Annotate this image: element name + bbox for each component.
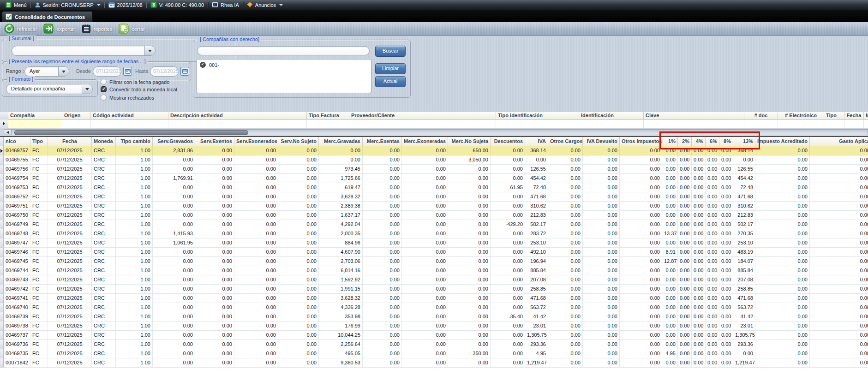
rhea-ia-button[interactable]: Rhea IA — [208, 0, 243, 10]
table-row[interactable]: 00469739FC07/12/2025CRC1.000.000.000.000… — [0, 312, 868, 321]
column-header[interactable]: Otros Impuestos — [620, 137, 662, 146]
column-header[interactable]: Descuentos — [491, 137, 525, 146]
column-header[interactable]: IVA Devuelto — [583, 137, 620, 146]
anuncios-dropdown[interactable]: Anuncios — [243, 0, 287, 10]
refresh-button[interactable]: refrescar — [3, 23, 41, 36]
table-row[interactable]: 00469755FC07/12/2025CRC1.000.000.000.000… — [0, 155, 868, 165]
column-header[interactable]: Tipo Factura — [307, 112, 349, 119]
row-selector[interactable] — [0, 303, 4, 312]
column-header[interactable]: Tipo — [30, 137, 48, 146]
row-marker-icon[interactable] — [0, 146, 4, 155]
row-selector[interactable] — [0, 229, 4, 238]
company-search-input[interactable] — [197, 46, 370, 55]
column-header[interactable]: Fecha — [48, 137, 92, 146]
column-header[interactable]: Merc.Exoneradas — [402, 137, 448, 146]
column-header[interactable]: nico — [4, 137, 30, 146]
row-selector[interactable] — [0, 275, 4, 285]
date-display[interactable]: 2025/12/08 — [105, 0, 146, 10]
row-selector[interactable] — [0, 238, 4, 248]
rango-combobox[interactable]: Ayer — [24, 66, 69, 77]
company-listbox[interactable]: 001- — [196, 59, 371, 93]
table-row[interactable]: 00469744FC07/12/2025CRC1.000.000.000.000… — [0, 266, 868, 275]
column-header[interactable]: Merc.Exentas — [363, 137, 402, 146]
column-header[interactable]: Compañía — [8, 112, 62, 119]
column-header[interactable]: Serv.Exentos — [195, 137, 234, 146]
column-header[interactable]: Serv.No Sujeto — [278, 137, 319, 146]
menu-button[interactable]: Menú — [2, 0, 30, 10]
column-header[interactable]: Serv.Exonerados — [234, 137, 278, 146]
row-selector[interactable] — [0, 266, 4, 275]
table-row[interactable]: 00469742FC07/12/2025CRC1.000.000.000.000… — [0, 285, 868, 294]
column-header[interactable]: Serv.Gravados — [153, 137, 195, 146]
tab-consolidado[interactable]: Consolidado de Documentos — [2, 11, 93, 22]
row-selector[interactable] — [0, 183, 4, 192]
column-header[interactable]: # doc — [744, 112, 778, 119]
row-selector[interactable] — [0, 248, 4, 257]
column-header[interactable]: Merc.Gravadas — [319, 137, 363, 146]
table-row[interactable]: 00071842FC07/12/2025CRC1.000.000.000.000… — [0, 358, 868, 368]
table-row[interactable]: 00469750FC07/12/2025CRC1.000.000.000.000… — [0, 211, 868, 220]
table-row[interactable]: 00469751FC07/12/2025CRC1.000.000.000.000… — [0, 202, 868, 211]
exchange-rate-display[interactable]: $ V: 490.00 C: 490.00 — [147, 0, 208, 10]
column-header[interactable]: Tipo identificación — [496, 112, 579, 119]
scroll-left-button[interactable] — [4, 130, 12, 135]
actual-button[interactable]: Actual — [375, 76, 406, 87]
row-selector[interactable] — [0, 155, 4, 165]
column-header[interactable]: Otros Cargos — [548, 137, 583, 146]
reports-button[interactable]: reportes — [80, 23, 116, 36]
checkbox-convertir-moneda-local[interactable]: Convertir todo a moneda local — [101, 86, 177, 92]
column-header[interactable]: Merc.No Sujeta — [448, 137, 491, 146]
export-button[interactable]: exportar — [42, 23, 79, 36]
table-row[interactable]: 00469747FC07/12/2025CRC1.001,061.950.000… — [0, 238, 868, 248]
table-row[interactable]: 00469749FC07/12/2025CRC1.000.000.000.000… — [0, 220, 868, 229]
table-row[interactable]: 00469741FC07/12/2025CRC1.000.000.000.000… — [0, 294, 868, 303]
row-selector[interactable] — [0, 331, 4, 340]
column-header[interactable]: Identificación — [579, 112, 644, 119]
scrollbar-thumb[interactable] — [14, 130, 248, 135]
row-selector[interactable] — [0, 349, 4, 358]
upper-grid-filter-row[interactable] — [0, 119, 868, 128]
dropdown-arrow-icon[interactable] — [82, 84, 92, 94]
column-header[interactable]: Proveedor/Cliente — [349, 112, 496, 119]
column-header[interactable]: Fecha — [844, 112, 864, 119]
limpiar-button[interactable]: Limpiar — [375, 63, 406, 74]
row-selector[interactable] — [0, 192, 4, 202]
formato-combobox[interactable]: Detallado por compañía — [6, 84, 93, 94]
table-row[interactable]: 00469737FC07/12/2025CRC1.000.000.000.000… — [0, 331, 868, 340]
column-header[interactable]: Gasto Aplica — [810, 137, 868, 146]
table-row[interactable]: 00469738FC07/12/2025CRC1.000.000.000.000… — [0, 321, 868, 331]
table-row[interactable]: 00469756FC07/12/2025CRC1.000.000.000.000… — [0, 165, 868, 174]
row-selector[interactable] — [0, 285, 4, 294]
row-selector[interactable] — [0, 165, 4, 174]
desde-calendar-button[interactable] — [123, 67, 132, 76]
column-header[interactable]: Tipo cambio — [116, 137, 153, 146]
column-header[interactable]: # Electrónico — [778, 112, 824, 119]
row-selector[interactable] — [0, 174, 4, 183]
column-header[interactable]: Impuesto Acreditado — [755, 137, 810, 146]
row-selector[interactable] — [0, 211, 4, 220]
hasta-calendar-button[interactable] — [180, 67, 189, 76]
table-row[interactable]: 00469753FC07/12/2025CRC1.000.000.000.000… — [0, 183, 868, 192]
close-button[interactable]: cerrar — [117, 23, 149, 36]
table-row[interactable]: 00469746FC07/12/2025CRC1.000.000.000.000… — [0, 248, 868, 257]
row-selector[interactable] — [0, 312, 4, 321]
table-row[interactable]: 00469745FC07/12/2025CRC1.000.000.000.000… — [0, 257, 868, 266]
table-row[interactable]: 00469748FC07/12/2025CRC1.001,415.930.000… — [0, 229, 868, 238]
dropdown-arrow-icon[interactable] — [144, 46, 155, 55]
sucursal-combobox[interactable] — [12, 46, 156, 56]
dropdown-arrow-icon[interactable] — [58, 67, 69, 76]
column-header[interactable]: Código actividad — [91, 112, 168, 119]
table-row[interactable]: 00469735FC07/12/2025CRC1.000.000.000.000… — [0, 349, 868, 358]
checkbox-filtrar-fecha-pagado[interactable]: Filtrar con la fecha pagado — [101, 79, 169, 85]
list-item[interactable]: 001- — [197, 60, 371, 70]
row-selector[interactable] — [0, 340, 4, 349]
column-header[interactable]: Mo — [864, 112, 868, 119]
row-selector[interactable] — [0, 358, 4, 368]
table-row[interactable]: 00469740FC07/12/2025CRC1.000.000.000.000… — [0, 303, 868, 312]
row-selector[interactable] — [0, 321, 4, 331]
column-header[interactable]: Moneda — [92, 137, 116, 146]
row-selector[interactable] — [0, 257, 4, 266]
column-header[interactable]: Origen — [62, 112, 91, 119]
row-selector[interactable] — [0, 112, 8, 119]
column-header[interactable]: Descripción actividad — [168, 112, 307, 119]
